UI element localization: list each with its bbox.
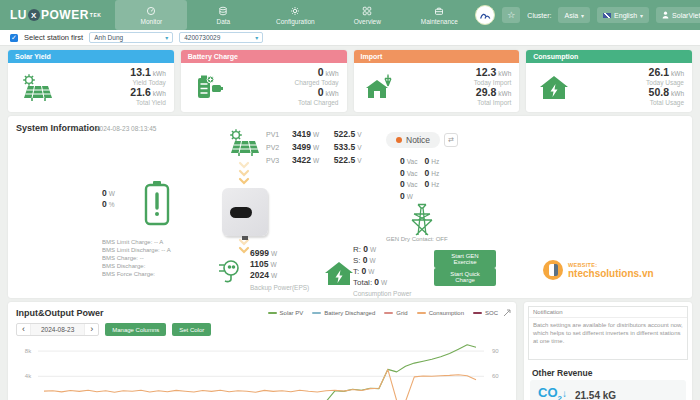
notification-box: Notification Batch settings are availabl… (528, 306, 688, 360)
legend-item[interactable]: Consumption (417, 310, 464, 316)
kpi-unit: kWh (153, 70, 166, 77)
org-badge[interactable] (475, 5, 495, 25)
user-menu[interactable]: SolarVietHuy ▾ (656, 7, 700, 23)
kpi-unit: kWh (671, 70, 684, 77)
pv-row: PV13419W522.5V (266, 128, 367, 141)
watermark-url: ntechsolutions.vn (568, 268, 654, 279)
start-quick-charge-button[interactable]: Start Quick Charge (434, 268, 496, 286)
legend-dash-icon (417, 312, 426, 314)
inverter-image (222, 188, 268, 236)
load-row: Total: 0W (353, 277, 412, 288)
select-station-checkbox[interactable]: ✓ (10, 34, 18, 42)
luxpower-logo[interactable]: LUXPOWERTEK (10, 8, 101, 22)
house-energy-icon (532, 72, 576, 102)
chart-title: Input&Output Power (16, 308, 104, 318)
kpi-value: 29.8 (476, 86, 496, 98)
chevron-down-icon: ▾ (581, 12, 584, 19)
flag-icon (603, 13, 611, 18)
cluster-select[interactable]: Asia ▾ (558, 7, 590, 23)
legend-dash-icon (312, 312, 321, 314)
system-info-title: System Information (16, 123, 100, 133)
legend-label: SOC (485, 310, 498, 316)
nav-item-overview[interactable]: Overview (331, 0, 403, 30)
serial-select[interactable]: 4200730029 ▾ (179, 32, 263, 43)
date-picker[interactable]: 2024-08-23 (30, 324, 85, 335)
nav-item-maintenance[interactable]: Maintenance (403, 0, 475, 30)
svg-text:4k: 4k (25, 373, 32, 379)
pv-row: PV23499W533.5V (266, 141, 367, 154)
pv-values: PV13419W522.5V PV23499W533.5V PV33422W52… (266, 128, 367, 167)
kpi-value: 13.1 (130, 66, 150, 78)
favorite-star-button[interactable]: ☆ (502, 7, 520, 23)
language-select[interactable]: English ▾ (597, 7, 649, 23)
kpi-value: 0 (318, 66, 324, 78)
legend-label: Solar PV (280, 310, 304, 316)
eps-row: 2024W (250, 270, 309, 281)
nav-label: Monitor (141, 18, 163, 25)
kpi-value: 50.8 (649, 86, 669, 98)
battery-charge-icon (187, 72, 231, 102)
top-nav: LUXPOWERTEK Monitor Data Configuration O… (0, 0, 700, 30)
house-grid-import-icon (360, 72, 404, 102)
grid-values: 0Vac0Hz 0Vac0Hz 0Vac0Hz 0W (400, 156, 446, 202)
kpi-label: Total Usage (576, 99, 684, 106)
watermark-link[interactable]: WEBSITE: ntechsolutions.vn (543, 260, 654, 280)
bms-line: BMS Limit Discharge: -- A (102, 246, 171, 254)
user-name: SolarVietHuy (672, 12, 700, 19)
legend-item[interactable]: Solar PV (268, 310, 304, 316)
card-battery-charge: Battery Charge 0kWhCharged Today 0kWhTot… (181, 50, 347, 112)
legend-item[interactable]: Battery Discharged (312, 310, 375, 316)
nav-label: Overview (354, 18, 381, 25)
co2-value: 21.54 kG (575, 390, 616, 400)
bms-line: BMS Force Charge: (102, 270, 171, 278)
notice-button[interactable]: Notice (386, 132, 440, 148)
notification-text: Batch settings are available for distrib… (529, 318, 687, 348)
start-gen-exercise-button[interactable]: Start GEN Exercise (434, 250, 496, 268)
chevron-down-icon: ▾ (165, 34, 168, 41)
chart-area: 8k904k60 (14, 338, 510, 400)
legend-item[interactable]: Grid (384, 310, 407, 316)
pv-row: PV33422W522.5V (266, 154, 367, 167)
next-day-button[interactable]: › (85, 324, 98, 335)
prev-day-button[interactable]: ‹ (17, 324, 30, 335)
solar-panel-sun-icon (14, 72, 58, 102)
nav-item-monitor[interactable]: Monitor (115, 0, 187, 30)
notice-toggle-button[interactable]: ⇄ (444, 133, 458, 147)
language-value: English (614, 12, 637, 19)
kpi-value: 0 (318, 86, 324, 98)
kpi-unit: kWh (153, 90, 166, 97)
kpi-label: Yield Today (58, 79, 166, 86)
legend-label: Consumption (429, 310, 464, 316)
logo-text: LU (10, 8, 27, 22)
legend-item[interactable]: SOC (473, 310, 498, 316)
nav-item-data[interactable]: Data (187, 0, 259, 30)
database-icon (218, 6, 228, 16)
bottom-row: Input&Output Power Solar PVBattery Disch… (8, 302, 692, 400)
set-color-button[interactable]: Set Color (172, 323, 211, 336)
legend-dash-icon (268, 312, 277, 314)
manage-columns-button[interactable]: Manage Columns (105, 323, 166, 336)
select-station-label: Select station first (24, 33, 83, 42)
system-info-panel: System Information 2024-08-23 08:13:45 P… (8, 116, 692, 298)
load-values: R: 0W S: 0W T: 0W Total: 0W Consumption … (353, 244, 412, 299)
user-icon (662, 11, 669, 19)
bms-line: BMS Discharge: (102, 262, 171, 270)
co2-reduction-card: CO2↓ 21.54 kG (530, 380, 686, 400)
grid-row: 0Vac0Hz (400, 156, 446, 168)
notice-label: Notice (406, 135, 430, 145)
station-select[interactable]: Anh Dung ▾ (89, 32, 173, 43)
expand-chart-button[interactable] (503, 309, 511, 317)
card-consumption: Consumption 26.1kWhToday Usage 50.8kWhTo… (526, 50, 692, 112)
consumption-house-icon (324, 258, 354, 288)
inverter-foot (242, 236, 248, 240)
kpi-label: Total Charged (231, 99, 339, 106)
kpi-value: 12.3 (476, 66, 496, 78)
power-chart[interactable]: 8k904k60 (14, 338, 510, 400)
grid-row: 0Vac0Hz (400, 168, 446, 180)
station-bar: ✓ Select station first Anh Dung ▾ 420073… (0, 30, 700, 46)
legend-label: Grid (396, 310, 407, 316)
bms-line: BMS Charge: -- (102, 254, 171, 262)
nav-item-configuration[interactable]: Configuration (259, 0, 331, 30)
kpi-label: Today Import (404, 79, 512, 86)
right-panel: Notification Batch settings are availabl… (524, 302, 692, 400)
